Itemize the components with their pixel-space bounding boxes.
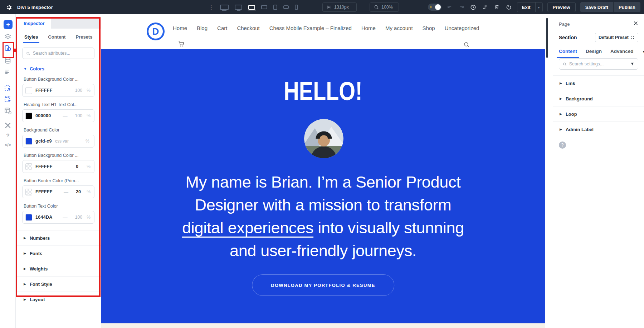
nav-item[interactable]: Checkout bbox=[237, 25, 259, 31]
color-value[interactable]: 1644DA bbox=[35, 215, 53, 220]
settings-search-input[interactable] bbox=[569, 61, 628, 66]
filter-funnel-icon[interactable] bbox=[630, 62, 634, 66]
publish-button[interactable]: Publish bbox=[613, 2, 640, 12]
color-swatch[interactable] bbox=[25, 214, 32, 221]
redo-icon[interactable] bbox=[458, 4, 465, 11]
intro-underlined-link[interactable]: digital experiences bbox=[182, 219, 313, 237]
default-preset-button[interactable]: Default Preset bbox=[595, 33, 638, 42]
help-icon[interactable]: ? bbox=[559, 141, 566, 149]
color-value[interactable]: gcid-c9 bbox=[35, 139, 52, 144]
section-background[interactable]: ▶Background bbox=[553, 91, 644, 106]
color-control[interactable]: 000000 — 100% bbox=[22, 109, 94, 122]
device-tablet-landscape-icon[interactable] bbox=[261, 5, 267, 9]
tab-styles[interactable]: Styles bbox=[24, 34, 38, 43]
opacity-value[interactable]: 100 bbox=[75, 215, 82, 220]
section-fonts[interactable]: ▶Fonts bbox=[16, 245, 101, 261]
zoom-level-field[interactable]: 100% bbox=[370, 3, 399, 12]
color-swatch[interactable] bbox=[25, 163, 32, 170]
opacity-value[interactable]: 100 bbox=[75, 88, 82, 93]
nav-item[interactable]: Cart bbox=[217, 25, 227, 31]
viewport-width-field[interactable]: 1310px bbox=[322, 3, 357, 12]
history-icon[interactable] bbox=[470, 4, 477, 11]
theme-toggle[interactable]: ☀ bbox=[428, 4, 441, 11]
color-swatch[interactable] bbox=[25, 113, 32, 119]
tab-content[interactable]: Content bbox=[559, 49, 577, 58]
code-icon[interactable]: </> bbox=[0, 143, 16, 148]
section-numbers[interactable]: ▶Numbers bbox=[16, 230, 101, 245]
device-phone-icon[interactable] bbox=[295, 5, 298, 10]
panel-scrollbar-thumb[interactable] bbox=[546, 18, 548, 58]
cart-icon[interactable] bbox=[178, 41, 185, 49]
color-control[interactable]: FFFFFF — 20% bbox=[22, 185, 94, 198]
nav-item[interactable]: Home bbox=[173, 25, 187, 31]
device-phone-landscape-icon[interactable] bbox=[283, 5, 289, 9]
section-layout[interactable]: ▶Layout bbox=[16, 292, 101, 307]
preview-button[interactable]: Preview bbox=[547, 2, 576, 12]
color-control[interactable]: FFFFFF — 100% bbox=[22, 84, 94, 97]
opacity-unit: % bbox=[87, 164, 91, 169]
undo-icon[interactable] bbox=[446, 4, 453, 11]
nav-item[interactable]: Home bbox=[361, 25, 376, 31]
download-portfolio-button[interactable]: DOWNLOAD MY PORTFOLIO & RESUME bbox=[252, 274, 394, 296]
save-draft-button[interactable]: Save Draft bbox=[580, 2, 613, 12]
device-desktop-large-icon[interactable] bbox=[220, 5, 229, 10]
opacity-value[interactable]: 100 bbox=[75, 113, 82, 118]
color-value[interactable]: FFFFFF bbox=[35, 164, 53, 169]
sort-arrows-icon[interactable] bbox=[482, 4, 489, 11]
tab-content[interactable]: Content bbox=[48, 34, 65, 43]
tab-presets[interactable]: Presets bbox=[75, 34, 92, 43]
tools-icon[interactable] bbox=[0, 122, 16, 129]
section-font-style[interactable]: ▶Font Style bbox=[16, 276, 101, 292]
attributes-search[interactable] bbox=[22, 48, 94, 59]
database-icon[interactable] bbox=[0, 57, 16, 65]
field-list-icon[interactable] bbox=[0, 69, 16, 75]
page-preview-canvas: D Home Blog Cart Checkout Chess Mobile E… bbox=[101, 14, 545, 328]
more-options-icon[interactable]: ⋮ bbox=[209, 5, 214, 10]
add-module-button[interactable]: + bbox=[4, 20, 13, 29]
inspector-panel-tab[interactable]: Inspector bbox=[17, 18, 51, 29]
color-value[interactable]: FFFFFF bbox=[35, 189, 53, 194]
settings-search[interactable] bbox=[559, 58, 638, 70]
device-tablet-icon[interactable] bbox=[273, 5, 277, 10]
tab-advanced[interactable]: Advanced bbox=[610, 49, 634, 58]
module-settings-icon[interactable] bbox=[0, 107, 16, 115]
attributes-search-input[interactable] bbox=[33, 51, 91, 56]
select-all-modules-icon[interactable] bbox=[0, 95, 16, 103]
site-logo[interactable]: D bbox=[147, 23, 165, 40]
section-weights[interactable]: ▶Weights bbox=[16, 261, 101, 276]
exit-dropdown-caret-icon[interactable]: ▾ bbox=[535, 3, 542, 12]
color-value[interactable]: 000000 bbox=[35, 113, 51, 118]
power-icon[interactable] bbox=[505, 4, 512, 11]
select-module-icon[interactable] bbox=[0, 84, 16, 92]
color-swatch[interactable] bbox=[25, 189, 32, 195]
opacity-value[interactable]: 0 bbox=[76, 164, 78, 169]
section-link[interactable]: ▶Link bbox=[553, 75, 644, 91]
device-desktop-icon[interactable] bbox=[235, 5, 242, 10]
exit-button[interactable]: Exit bbox=[517, 3, 535, 12]
color-value[interactable]: FFFFFF bbox=[35, 88, 53, 93]
inspector-styles-icon[interactable] bbox=[0, 44, 16, 52]
tabs-caret-icon[interactable]: ▼ bbox=[642, 50, 644, 57]
close-icon[interactable] bbox=[633, 21, 638, 27]
section-loop[interactable]: ▶Loop bbox=[553, 106, 644, 121]
device-laptop-icon[interactable] bbox=[248, 5, 255, 10]
nav-item[interactable]: Uncategorized bbox=[445, 25, 479, 31]
color-swatch[interactable] bbox=[25, 87, 32, 94]
color-swatch[interactable] bbox=[25, 138, 32, 145]
help-icon[interactable]: ? bbox=[0, 132, 16, 138]
nav-item[interactable]: Blog bbox=[197, 25, 208, 31]
nav-item[interactable]: Chess Mobile Example – Finalized bbox=[269, 25, 352, 31]
color-control[interactable]: FFFFFF — 0% bbox=[22, 160, 94, 173]
opacity-value[interactable]: 20 bbox=[76, 189, 81, 194]
site-search-icon[interactable] bbox=[463, 41, 470, 49]
color-control[interactable]: 1644DA — 100% bbox=[22, 211, 94, 224]
trash-icon[interactable] bbox=[493, 4, 501, 11]
section-admin-label[interactable]: ▶Admin Label bbox=[553, 121, 644, 137]
color-control[interactable]: gcid-c9 css var % bbox=[22, 135, 94, 148]
layers-icon[interactable] bbox=[0, 33, 16, 41]
section-colors-header[interactable]: ▼ Colors bbox=[16, 66, 101, 71]
settings-gear-icon[interactable] bbox=[5, 4, 12, 11]
nav-item[interactable]: My account bbox=[385, 25, 413, 31]
tab-design[interactable]: Design bbox=[586, 49, 602, 58]
nav-item[interactable]: Shop bbox=[423, 25, 435, 31]
